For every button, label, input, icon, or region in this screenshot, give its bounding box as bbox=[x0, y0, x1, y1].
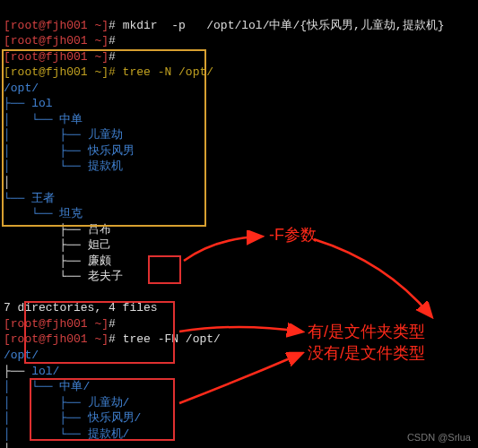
annotation-is-file: 没有/是文件类型 bbox=[308, 342, 425, 364]
prompt: [root@fjh001 ~] bbox=[4, 19, 109, 32]
highlight-tree-n bbox=[2, 49, 206, 227]
prompt: [root@fjh001 ~] bbox=[4, 34, 109, 47]
highlight-flag-fn bbox=[148, 255, 181, 284]
tree-output: ├── 廉颇 bbox=[4, 254, 111, 268]
highlight-dir-slash bbox=[24, 301, 175, 364]
command-mkdir: # mkdir -p /opt/lol/中单/{快乐风男,儿童劫,提款机} bbox=[109, 19, 444, 32]
arrow-icon bbox=[305, 235, 439, 324]
tree-output: ├── 妲己 bbox=[4, 238, 111, 252]
tree-output: ├── bbox=[4, 365, 31, 378]
highlight-file-noslash bbox=[30, 378, 175, 441]
tree-output: └── 老夫子 bbox=[4, 270, 123, 283]
watermark: CSDN @Srlua bbox=[407, 432, 471, 443]
tree-output: │ bbox=[4, 443, 11, 448]
arrow-icon bbox=[179, 229, 269, 265]
arrow-icon bbox=[175, 349, 309, 412]
arrow-icon bbox=[175, 318, 309, 345]
